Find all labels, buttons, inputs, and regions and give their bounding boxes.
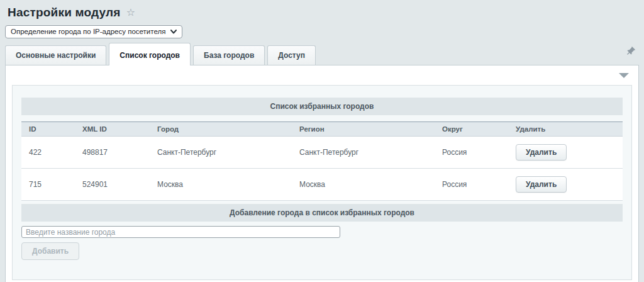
city-name-input[interactable]: [21, 226, 340, 238]
table-row: 422 498817 Санкт-Петербург Санкт-Петербу…: [21, 137, 623, 169]
tab-city-list[interactable]: Список городов: [109, 43, 191, 65]
column-header-district: Округ: [435, 122, 508, 137]
panel-toolbar: [6, 65, 638, 85]
tab-main-settings[interactable]: Основные настройки: [5, 45, 106, 65]
cell-id: 715: [21, 169, 75, 201]
column-header-delete: Удалить: [508, 122, 623, 137]
cell-region: Санкт-Петербург: [292, 137, 435, 169]
cell-xml-id: 524901: [75, 169, 150, 201]
delete-city-button[interactable]: Удалить: [516, 144, 567, 161]
page-header: Настройки модуля ☆: [0, 0, 644, 20]
favorite-star-icon[interactable]: ☆: [126, 8, 135, 18]
column-header-region: Регион: [292, 122, 435, 137]
cell-district: Россия: [435, 169, 508, 201]
column-header-id: ID: [21, 122, 75, 137]
favorite-cities-table: ID XML ID Город Регион Округ Удалить 422…: [21, 121, 623, 201]
module-select[interactable]: Определение города по IP-адресу посетите…: [5, 25, 182, 38]
cell-city: Москва: [150, 169, 292, 201]
cell-id: 422: [21, 137, 75, 169]
table-row: 715 524901 Москва Москва Россия Удалить: [21, 169, 623, 201]
city-list-form: Список избранных городов ID XML ID Город…: [12, 85, 632, 280]
add-city-section-header: Добавление города в список избранных гор…: [21, 204, 623, 222]
page-title: Настройки модуля: [8, 6, 121, 20]
column-header-city: Город: [150, 122, 292, 137]
table-header-row: ID XML ID Город Регион Округ Удалить: [21, 122, 623, 137]
cell-region: Москва: [292, 169, 435, 201]
column-header-xml-id: XML ID: [75, 122, 150, 137]
delete-city-button[interactable]: Удалить: [516, 176, 567, 193]
add-city-button[interactable]: Добавить: [21, 242, 79, 260]
cell-district: Россия: [435, 137, 508, 169]
cell-xml-id: 498817: [75, 137, 150, 169]
tab-bar: Основные настройки Список городов База г…: [0, 43, 644, 65]
collapse-arrow-icon[interactable]: [619, 73, 629, 78]
chevron-down-icon: [170, 30, 177, 34]
settings-panel: Список избранных городов ID XML ID Город…: [5, 65, 639, 282]
favorites-section-header: Список избранных городов: [21, 98, 623, 115]
cell-city: Санкт-Петербург: [150, 137, 292, 169]
tab-access[interactable]: Доступ: [267, 45, 316, 65]
tab-city-database[interactable]: База городов: [193, 45, 265, 65]
module-select-value: Определение города по IP-адресу посетите…: [11, 28, 165, 35]
